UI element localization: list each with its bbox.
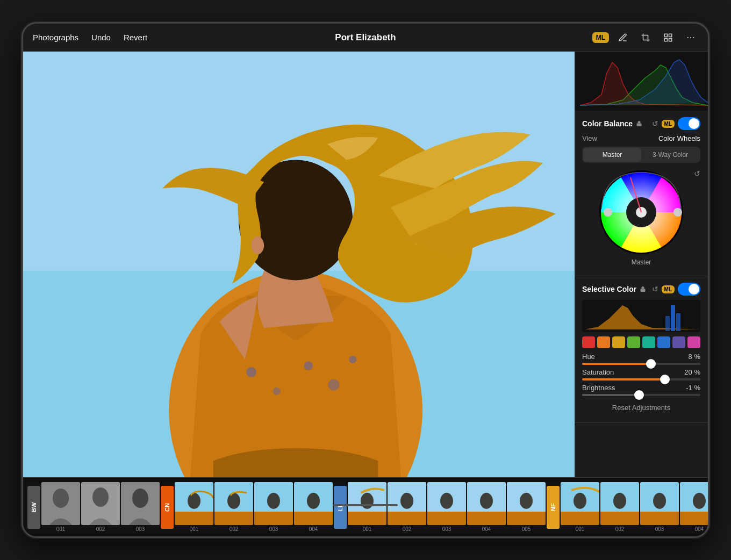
film-thumb-cn-003[interactable]: 003 bbox=[254, 482, 293, 532]
svg-point-70 bbox=[613, 493, 626, 509]
top-bar-left: Photographs Undo Revert bbox=[32, 31, 148, 44]
saturation-thumb[interactable] bbox=[660, 375, 670, 384]
swatch-purple[interactable] bbox=[672, 336, 685, 348]
swatch-green[interactable] bbox=[627, 336, 640, 348]
selective-color-controls: ↺ ML bbox=[652, 283, 700, 296]
brightness-slider-row: Brightness -1 % bbox=[582, 384, 700, 396]
film-label-lf: LF bbox=[334, 486, 347, 529]
swatch-orange[interactable] bbox=[597, 336, 610, 348]
lock-icon bbox=[636, 120, 642, 127]
photo-area bbox=[23, 52, 575, 477]
svg-rect-51 bbox=[348, 512, 386, 525]
ml-badge: ML bbox=[592, 32, 609, 43]
crop-icon-button[interactable] bbox=[637, 29, 654, 46]
film-thumb-cn-002[interactable]: 002 bbox=[214, 482, 253, 532]
swatch-red[interactable] bbox=[582, 336, 595, 348]
film-thumb-nf-004[interactable]: 004 bbox=[680, 482, 708, 532]
hue-value: 8 % bbox=[689, 353, 700, 361]
color-wheel[interactable] bbox=[598, 169, 684, 255]
film-group-nf: NF 001 bbox=[547, 482, 708, 532]
swatch-pink[interactable] bbox=[687, 336, 700, 348]
swatch-teal[interactable] bbox=[642, 336, 655, 348]
svg-rect-72 bbox=[640, 512, 679, 525]
svg-point-55 bbox=[400, 493, 413, 509]
film-thumb-lf-003[interactable]: 003 bbox=[427, 482, 466, 532]
film-thumb-nf-001[interactable]: 001 bbox=[561, 482, 599, 532]
color-balance-ml: ML bbox=[662, 120, 675, 128]
svg-point-49 bbox=[307, 493, 320, 509]
filmstrip: BW 001 bbox=[23, 477, 708, 536]
film-thumb-nf-003[interactable]: 003 bbox=[640, 482, 679, 532]
svg-point-37 bbox=[132, 489, 148, 508]
selective-color-toggle-knob bbox=[689, 284, 699, 295]
brightness-fill bbox=[582, 394, 639, 396]
svg-point-17 bbox=[349, 356, 356, 363]
svg-rect-31 bbox=[676, 313, 680, 331]
svg-point-7 bbox=[693, 37, 694, 38]
master-btn[interactable]: Master bbox=[583, 148, 641, 162]
undo-button[interactable]: Undo bbox=[90, 31, 112, 44]
svg-rect-1 bbox=[664, 34, 667, 37]
svg-point-43 bbox=[227, 493, 240, 509]
color-wheel-svg bbox=[598, 169, 684, 255]
film-thumb-lf-001[interactable]: 001 bbox=[348, 482, 386, 532]
color-balance-toggle[interactable] bbox=[678, 117, 700, 130]
film-num-cn-001: 001 bbox=[190, 526, 199, 532]
color-balance-header: Color Balance ↺ ML bbox=[582, 117, 700, 130]
svg-rect-48 bbox=[294, 512, 333, 525]
svg-point-14 bbox=[273, 387, 281, 395]
pencil-icon-button[interactable] bbox=[614, 29, 632, 46]
brightness-thumb[interactable] bbox=[634, 390, 644, 400]
selective-color-toggle[interactable] bbox=[678, 283, 700, 296]
svg-point-61 bbox=[480, 493, 493, 509]
lock-icon-2 bbox=[640, 286, 646, 292]
svg-rect-2 bbox=[669, 34, 672, 37]
svg-rect-54 bbox=[388, 512, 426, 525]
film-label-cn: CN bbox=[161, 486, 174, 529]
color-balance-controls: ↺ ML bbox=[652, 117, 700, 130]
more-icon-button[interactable] bbox=[682, 29, 699, 46]
film-thumb-lf-004[interactable]: 004 bbox=[467, 482, 506, 532]
photo-placeholder bbox=[23, 52, 575, 477]
brightness-track[interactable] bbox=[582, 394, 700, 396]
film-thumb-bw-002[interactable]: 002 bbox=[81, 482, 120, 532]
swatch-blue[interactable] bbox=[657, 336, 670, 348]
device-frame: Photographs Undo Revert Port Elizabeth M… bbox=[22, 22, 710, 538]
film-thumb-bw-003[interactable]: 003 bbox=[121, 482, 160, 532]
saturation-label: Saturation bbox=[582, 368, 614, 376]
film-thumb-cn-004[interactable]: 004 bbox=[294, 482, 333, 532]
svg-point-73 bbox=[653, 493, 666, 509]
selective-color-header: Selective Color ↺ ML bbox=[582, 283, 700, 296]
film-num-bw-002: 002 bbox=[96, 526, 105, 532]
svg-point-25 bbox=[604, 208, 612, 217]
wheel-reset-icon[interactable]: ↺ bbox=[694, 169, 700, 178]
film-thumb-cn-001[interactable]: 001 bbox=[175, 482, 213, 532]
film-thumb-lf-002[interactable]: 002 bbox=[388, 482, 426, 532]
photographs-button[interactable]: Photographs bbox=[32, 31, 80, 44]
color-balance-reset[interactable]: ↺ bbox=[652, 119, 658, 128]
sc-histogram-svg bbox=[582, 300, 700, 332]
top-bar-right: ML bbox=[592, 29, 699, 46]
film-group-lf: LF 001 bbox=[334, 482, 546, 532]
hue-label: Hue bbox=[582, 353, 595, 361]
swatch-yellow[interactable] bbox=[612, 336, 625, 348]
hue-track[interactable] bbox=[582, 363, 700, 365]
revert-button[interactable]: Revert bbox=[123, 31, 148, 44]
reset-adjustments-button[interactable]: Reset Adjustments bbox=[582, 399, 700, 416]
film-num-bw-001: 001 bbox=[56, 526, 66, 532]
grid-icon-button[interactable] bbox=[660, 29, 677, 46]
scroll-indicator bbox=[333, 504, 398, 506]
three-way-btn[interactable]: 3-Way Color bbox=[641, 148, 699, 162]
film-thumb-lf-005[interactable]: 005 bbox=[507, 482, 546, 532]
svg-point-33 bbox=[53, 489, 69, 508]
svg-rect-69 bbox=[600, 512, 639, 525]
film-label-nf: NF bbox=[547, 486, 560, 529]
film-thumb-bw-001[interactable]: 001 bbox=[41, 482, 80, 532]
view-segmented-control: Master 3-Way Color bbox=[582, 147, 700, 163]
selective-color-reset[interactable]: ↺ bbox=[652, 285, 658, 293]
film-thumb-nf-002[interactable]: 002 bbox=[600, 482, 639, 532]
svg-rect-75 bbox=[680, 512, 708, 525]
hue-thumb[interactable] bbox=[646, 359, 656, 369]
saturation-track[interactable] bbox=[582, 378, 700, 380]
grid-icon bbox=[663, 33, 673, 42]
